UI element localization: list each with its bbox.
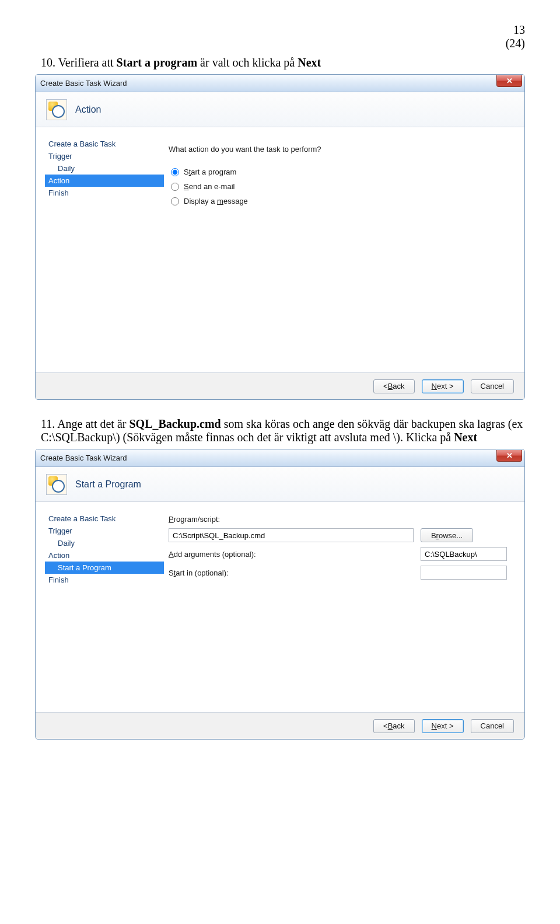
task-wizard-icon [46,99,67,120]
instruction-10: 10. Verifiera att Start a program är val… [41,56,525,69]
wizard-header: Start a Program [36,467,524,502]
sidebar-item-action[interactable]: Action [45,175,164,187]
wizard-header: Action [36,92,524,127]
add-arguments-input[interactable] [421,547,507,561]
sidebar-item-create[interactable]: Create a Basic Task [45,512,164,525]
cancel-button[interactable]: Cancel [471,379,514,393]
close-button[interactable]: ✕ [496,75,522,87]
wizard-header-title: Start a Program [75,479,141,490]
radio-send-email-label: Send an e-mail [184,182,235,191]
sidebar-item-daily[interactable]: Daily [45,162,164,175]
radio-start-program-label: Start a program [184,168,236,176]
sidebar-item-trigger[interactable]: Trigger [45,525,164,537]
close-icon: ✕ [506,76,513,85]
wizard-footer: < Back Next > Cancel [36,372,524,399]
wizard-footer: < Back Next > Cancel [36,712,524,739]
sidebar-item-start-program[interactable]: Start a Program [45,562,164,574]
instruction-11: 11. Ange att det är SQL_Backup.cmd som s… [41,417,525,444]
sidebar-item-finish[interactable]: Finish [45,574,164,586]
window-title: Create Basic Task Wizard [40,79,127,88]
program-script-input[interactable] [169,528,414,542]
sidebar-item-create[interactable]: Create a Basic Task [45,138,164,150]
wizard-sidebar: Create a Basic Task Trigger Daily Action… [36,127,164,372]
add-arguments-label: Add arguments (optional): [169,550,291,559]
radio-start-program-input[interactable] [171,168,179,176]
wizard-start-program: Create Basic Task Wizard ✕ Start a Progr… [35,449,525,740]
cancel-button[interactable]: Cancel [471,719,514,733]
back-button[interactable]: < Back [373,719,415,733]
close-icon: ✕ [506,451,513,460]
next-button[interactable]: Next > [422,379,464,393]
wizard-header-title: Action [75,104,101,115]
sidebar-item-action[interactable]: Action [45,549,164,562]
close-button[interactable]: ✕ [496,450,522,462]
sidebar-item-trigger[interactable]: Trigger [45,150,164,162]
sidebar-item-daily[interactable]: Daily [45,537,164,549]
radio-display-message-input[interactable] [171,197,179,205]
task-wizard-icon [46,474,67,495]
browse-button[interactable]: Browse... [421,528,473,542]
radio-display-message-label: Display a message [184,197,248,205]
program-script-label: Program/script: [169,515,291,524]
titlebar[interactable]: Create Basic Task Wizard ✕ [36,75,524,92]
radio-display-message[interactable]: Display a message [171,197,507,205]
window-title: Create Basic Task Wizard [40,454,127,462]
sidebar-item-finish[interactable]: Finish [45,187,164,199]
radio-send-email[interactable]: Send an e-mail [171,182,507,191]
wizard-sidebar: Create a Basic Task Trigger Daily Action… [36,502,164,712]
page-number: 13 (24) [35,23,525,50]
action-question: What action do you want the task to perf… [169,145,507,154]
back-button[interactable]: < Back [373,379,415,393]
radio-start-program[interactable]: Start a program [171,168,507,176]
titlebar[interactable]: Create Basic Task Wizard ✕ [36,449,524,467]
radio-send-email-input[interactable] [171,183,179,191]
start-in-label: Start in (optional): [169,569,291,577]
next-button[interactable]: Next > [422,719,464,733]
wizard-action: Create Basic Task Wizard ✕ Action Create… [35,74,525,400]
start-in-input[interactable] [421,566,507,580]
